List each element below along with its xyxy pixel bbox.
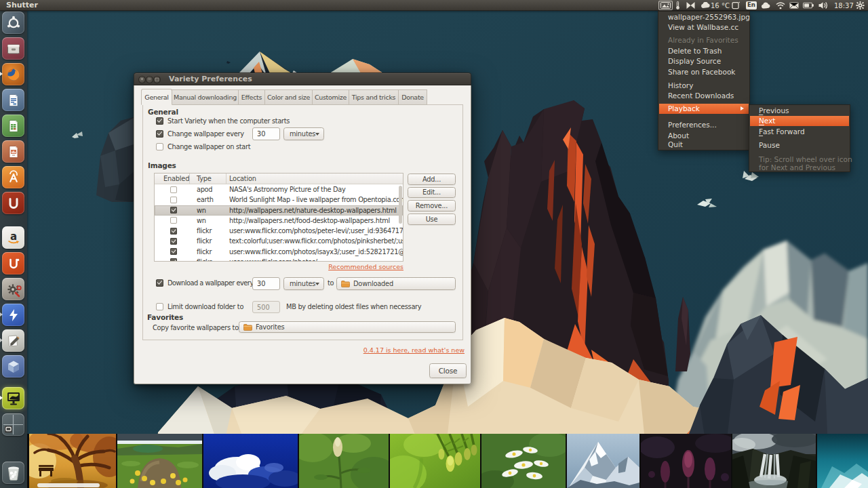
row-enabled-checkbox[interactable]	[170, 197, 177, 203]
thumbnail-pine-cones[interactable]	[390, 434, 480, 488]
thumbnail-dark-flowers[interactable]	[641, 434, 731, 488]
add-button[interactable]: Add...	[408, 174, 456, 185]
version-update-link[interactable]: 0.4.17 is here, read what's new	[329, 346, 465, 354]
tab-color-and-size[interactable]: Color and size	[264, 89, 313, 105]
remove-button[interactable]: Remove...	[408, 200, 456, 211]
menu-item-delete-to-trash[interactable]: Delete to Trash	[659, 45, 749, 56]
temperature-label[interactable]: 16 °C	[711, 1, 730, 9]
menu-item-preferences[interactable]: Preferences...	[659, 120, 749, 130]
edit-button[interactable]: Edit...	[408, 187, 456, 199]
autostart-checkbox[interactable]	[156, 117, 163, 125]
window-close-button[interactable]: ✕	[138, 76, 146, 83]
window-maximize-button[interactable]: □	[153, 76, 161, 83]
table-row[interactable]: apod NASA's Astronomy Picture of the Day	[155, 184, 403, 195]
row-enabled-checkbox[interactable]	[170, 248, 177, 255]
thumbnail-clouds[interactable]	[203, 434, 298, 488]
tab-general[interactable]: General	[141, 89, 172, 105]
launcher-icon-ubuntu-one[interactable]	[2, 192, 24, 214]
table-scrollbar[interactable]	[399, 186, 402, 224]
tab-effects[interactable]: Effects	[238, 89, 265, 105]
menu-item-display-source[interactable]: Display Source	[659, 56, 749, 66]
table-row[interactable]: flickr user:www.flickr.com/photos/peter-…	[155, 226, 403, 236]
weather-cloud-icon[interactable]	[701, 2, 711, 9]
launcher-icon-system-settings[interactable]	[2, 278, 24, 300]
use-button[interactable]: Use	[408, 214, 456, 225]
volume-icon[interactable]	[818, 1, 828, 9]
clock-label[interactable]: 18:37	[834, 1, 854, 9]
variety-x-icon[interactable]	[686, 1, 695, 9]
row-enabled-checkbox[interactable]	[170, 217, 177, 224]
change-on-start-checkbox[interactable]	[156, 143, 163, 150]
thumbnail-teal-ice[interactable]	[817, 434, 868, 488]
thumbnail-snow-mountain[interactable]	[567, 434, 639, 488]
limit-folder-checkbox[interactable]	[156, 303, 163, 310]
submenu-item-pause[interactable]: Pause	[750, 140, 849, 150]
submenu-item-next[interactable]: Next	[750, 116, 849, 126]
launcher-icon-libreoffice-writer[interactable]	[2, 89, 24, 111]
thumbnail-autumn-tree[interactable]	[29, 434, 116, 488]
launcher-icon-firefox[interactable]	[2, 63, 24, 85]
launcher-icon-trash[interactable]	[2, 462, 24, 484]
table-row-selected[interactable]: wn http://wallpapers.net/nature-desktop-…	[155, 205, 403, 216]
clipboard-icon[interactable]	[732, 1, 740, 9]
tab-customize[interactable]: Customize	[312, 89, 349, 105]
tab-manual-downloading[interactable]: Manual downloading	[172, 89, 239, 105]
row-enabled-checkbox[interactable]	[170, 228, 177, 235]
table-row[interactable]: flickr user:www.flickr.com/photos/isayx3…	[155, 247, 403, 257]
battery-icon[interactable]	[803, 2, 814, 8]
launcher-icon-shutter[interactable]	[2, 387, 24, 409]
row-enabled-checkbox[interactable]	[170, 258, 177, 262]
launcher-icon-libreoffice-impress[interactable]	[2, 140, 24, 163]
menu-item-share-on-facebook[interactable]: Share on Facebook	[659, 66, 749, 77]
recommended-sources-link[interactable]: Recommended sources	[268, 263, 403, 270]
row-enabled-checkbox[interactable]	[170, 238, 177, 245]
submenu-item-previous[interactable]: Previous	[750, 105, 849, 115]
launcher-icon-workspace-switcher[interactable]	[2, 413, 24, 436]
submenu-item-fast-forward[interactable]: Fast Forward	[750, 126, 849, 136]
thumbnail-daisies[interactable]	[481, 434, 566, 488]
favorites-folder-button[interactable]: Favorites	[239, 321, 456, 333]
table-row[interactable]: earth World Sunlight Map - live wallpape…	[155, 195, 403, 205]
wifi-icon[interactable]	[776, 1, 785, 9]
image-sources-table[interactable]: Enabled Type Location apod NASA's Astron…	[154, 173, 403, 262]
column-header-location[interactable]: Location	[226, 174, 403, 184]
launcher-icon-amazon[interactable]: a	[2, 226, 24, 249]
variety-wallpaper-icon[interactable]	[658, 1, 673, 10]
table-row[interactable]: flickr text:colorful;user:www.flickr.com…	[155, 236, 403, 246]
window-titlebar[interactable]: ✕ − □ Variety Preferences	[134, 73, 471, 85]
download-every-value-input[interactable]: 30	[252, 277, 280, 290]
change-every-value-input[interactable]: 30	[252, 127, 280, 140]
tab-donate[interactable]: Donate	[398, 89, 427, 105]
session-gear-icon[interactable]	[856, 1, 865, 9]
launcher-icon-file-manager[interactable]	[2, 37, 24, 60]
launcher-icon-amazon-store[interactable]	[2, 166, 24, 188]
table-row-partial[interactable]: flickr user:www.flickr.com/photos/	[155, 257, 403, 262]
close-button[interactable]: Close	[429, 363, 467, 378]
download-every-unit-dropdown[interactable]: minutes	[283, 277, 324, 290]
thumbnail-green-plant[interactable]	[299, 434, 389, 488]
limit-folder-value-input[interactable]: 500	[252, 301, 280, 313]
thumbnail-scrollbar[interactable]	[37, 483, 100, 487]
mail-icon[interactable]	[789, 2, 799, 9]
menu-item-recent-downloads[interactable]: Recent Downloads	[659, 91, 749, 101]
keyboard-layout-box[interactable]: En	[746, 1, 757, 9]
column-header-enabled[interactable]: Enabled	[155, 174, 190, 184]
menu-item-quit[interactable]: Quit	[659, 139, 749, 149]
row-enabled-checkbox[interactable]	[170, 186, 177, 193]
launcher-icon-virtualbox[interactable]	[2, 355, 24, 378]
row-enabled-checkbox[interactable]	[170, 207, 177, 214]
launcher-icon-libreoffice-calc[interactable]	[2, 115, 24, 137]
table-header[interactable]: Enabled Type Location	[155, 174, 403, 184]
download-folder-button[interactable]: Downloaded	[336, 277, 456, 290]
launcher-icon-messenger[interactable]	[2, 304, 24, 326]
change-every-unit-dropdown[interactable]: minutes	[283, 127, 324, 140]
tab-tips-and-tricks[interactable]: Tips and tricks	[349, 89, 399, 105]
launcher-icon-text-editor[interactable]	[2, 329, 24, 352]
menu-item-current-wallpaper[interactable]: wallpaper-2552963.jpg	[659, 12, 749, 22]
change-every-checkbox[interactable]	[156, 130, 163, 138]
table-row[interactable]: wn http://wallpapers.net/food-desktop-wa…	[155, 216, 403, 226]
launcher-icon-dash-home[interactable]	[2, 12, 24, 34]
thumbnail-meadow-rock[interactable]	[117, 434, 202, 488]
thumbnail-waterfall[interactable]	[732, 434, 816, 488]
thermometer-icon[interactable]	[675, 1, 680, 9]
